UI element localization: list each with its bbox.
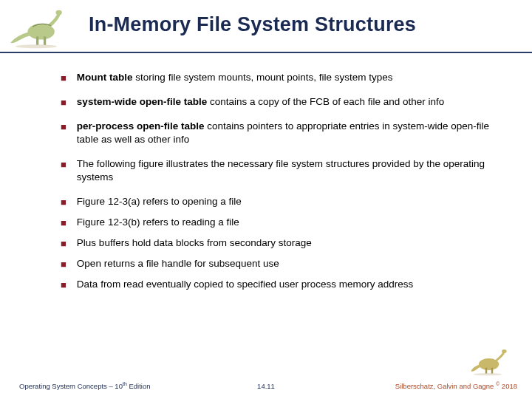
- bullet-text: Data from read eventually copied to spec…: [77, 278, 511, 291]
- square-bullet-icon: ■: [61, 72, 66, 84]
- bullet-text: Figure 12-3(a) refers to opening a file: [77, 195, 511, 208]
- square-bullet-icon: ■: [61, 96, 66, 109]
- slide-header: In-Memory File System Structures: [0, 0, 532, 53]
- footer-left: Operating System Concepts – 10th Edition: [19, 381, 150, 390]
- square-bullet-icon: ■: [61, 158, 66, 171]
- list-item: ■ system-wide open-file table contains a…: [61, 95, 511, 109]
- square-bullet-icon: ■: [61, 279, 66, 291]
- svg-rect-3: [44, 36, 46, 45]
- square-bullet-icon: ■: [61, 120, 66, 133]
- footer-right: Silberschatz, Galvin and Gagne © 2018: [395, 381, 517, 390]
- square-bullet-icon: ■: [61, 237, 66, 250]
- bullet-text: The following figure illustrates the nec…: [77, 157, 511, 184]
- list-item: ■ Open returns a file handle for subsequ…: [61, 257, 511, 270]
- page-number: 14.11: [257, 382, 275, 390]
- svg-point-6: [502, 349, 506, 353]
- bullet-text: Open returns a file handle for subsequen…: [77, 257, 511, 270]
- slide-footer: Operating System Concepts – 10th Edition…: [0, 372, 532, 390]
- slide-title: In-Memory File System Structures: [89, 13, 416, 36]
- square-bullet-icon: ■: [61, 216, 66, 229]
- list-item: ■ Figure 12-3(a) refers to opening a fil…: [61, 195, 511, 208]
- bullet-text: Plus buffers hold data blocks from secon…: [77, 236, 511, 250]
- list-item: ■ Mount table storing file system mounts…: [61, 71, 511, 84]
- bullet-text: per-process open-file table contains poi…: [77, 120, 511, 146]
- bullet-text: system-wide open-file table contains a c…: [77, 95, 511, 109]
- square-bullet-icon: ■: [61, 258, 66, 270]
- svg-point-1: [56, 10, 62, 16]
- list-item: ■ Data from read eventually copied to sp…: [61, 278, 511, 291]
- list-item: ■ The following figure illustrates the n…: [61, 157, 511, 184]
- svg-point-5: [479, 358, 499, 370]
- list-item: ■ per-process open-file table contains p…: [61, 120, 511, 146]
- list-item: ■ Plus buffers hold data blocks from sec…: [61, 236, 511, 250]
- svg-rect-2: [36, 36, 38, 45]
- bullet-list: ■ Mount table storing file system mounts…: [61, 71, 511, 302]
- square-bullet-icon: ■: [61, 196, 66, 208]
- bullet-text: Figure 12-3(b) refers to reading a file: [77, 216, 511, 229]
- bullet-text: Mount table storing file system mounts, …: [77, 71, 511, 84]
- list-item: ■ Figure 12-3(b) refers to reading a fil…: [61, 216, 511, 229]
- dinosaur-left-icon: [4, 6, 68, 49]
- svg-point-4: [16, 44, 57, 48]
